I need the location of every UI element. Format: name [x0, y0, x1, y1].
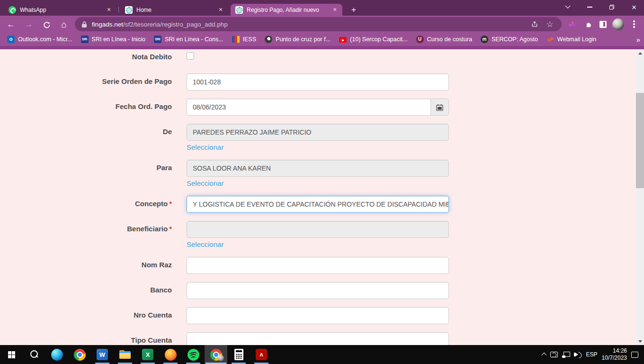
taskbar-file-explorer[interactable] [114, 345, 136, 364]
calendar-addon-button[interactable] [431, 99, 449, 116]
minimize-button[interactable] [580, 0, 599, 14]
taskbar-excel[interactable]: X [136, 345, 159, 364]
file-explorer-icon [119, 350, 131, 359]
field-label: Para [0, 160, 187, 188]
reload-button[interactable] [40, 18, 53, 31]
tab-close-icon[interactable]: × [105, 6, 113, 14]
restore-button[interactable] [602, 0, 622, 14]
close-button[interactable]: × [624, 0, 644, 14]
home-button[interactable]: ⌂ [58, 18, 70, 31]
extension-pin-button[interactable] [566, 18, 579, 30]
bookmark-sercop-youtube[interactable]: (10) Sercop Capacit... [335, 34, 412, 45]
network-icon[interactable] [562, 352, 570, 358]
clock[interactable]: 14:26 10/7/2023 [602, 347, 627, 362]
restore-icon [609, 5, 614, 9]
form-row: De Seleccionar [0, 124, 636, 152]
bookmark-label: Outlook.com - Micr... [18, 36, 72, 43]
tab-home[interactable]: Home × [120, 4, 228, 16]
address-bar[interactable]: fingads.net/sf2/tesoreria/registro_pago_… [75, 17, 562, 31]
action-center-icon[interactable] [631, 352, 638, 358]
youtube-icon [339, 37, 347, 43]
bookmark-punto-de-cruz[interactable]: Punto de cruz por f... [260, 34, 335, 45]
taskbar-acrobat[interactable]: ʌ [250, 345, 273, 364]
field-label: Fecha Ord. Pago [0, 99, 187, 116]
de-input [187, 124, 449, 141]
field-label: Concepto* [0, 196, 187, 213]
tab-whatsapp[interactable]: WhatsApp × [4, 4, 116, 16]
tab-divider [118, 7, 119, 13]
bookmark-curso-costura[interactable]: UCurso de costura [412, 34, 476, 45]
bookmark-sri-consultas[interactable]: SRISRI en Línea - Cons... [150, 34, 228, 45]
nom-raz-input[interactable] [187, 257, 449, 274]
bookmark-star-button[interactable]: ☆ [545, 19, 555, 29]
nota-debito-checkbox[interactable] [187, 52, 194, 60]
tray-expand-chevron-icon[interactable] [541, 353, 546, 358]
minimize-icon [587, 7, 592, 8]
taskbar-calculator[interactable] [227, 345, 250, 364]
calculator-icon [234, 349, 243, 360]
nro-cuenta-input[interactable] [187, 307, 449, 324]
taskbar-chrome-active[interactable] [205, 345, 227, 364]
scroll-up-arrow[interactable] [636, 49, 644, 57]
start-button[interactable] [0, 345, 23, 364]
taskbar-firefox[interactable] [159, 345, 182, 364]
fecha-orden-pago-input[interactable] [187, 99, 431, 116]
form-row: Concepto* Y LOGISTICA DE EVENTO DE CAPAC… [0, 196, 636, 213]
page-scrollbar[interactable] [636, 49, 644, 345]
tab-close-icon[interactable]: × [331, 6, 339, 14]
search-icon [29, 350, 39, 359]
tab-title: Registro Pago, Añadir nuevo [247, 7, 328, 13]
tab-close-icon[interactable]: × [217, 6, 224, 14]
back-button[interactable]: ← [5, 18, 17, 31]
taskbar-search-button[interactable] [23, 345, 45, 364]
forward-button[interactable]: → [23, 18, 35, 31]
extensions-button[interactable] [582, 18, 594, 30]
lock-icon [81, 21, 87, 28]
bookmark-iess[interactable]: IESS [228, 34, 261, 45]
scroll-down-arrow[interactable] [636, 337, 644, 345]
tray-date: 10/7/2023 [602, 355, 627, 362]
bookmarks-bar: oOutlook.com - Micr... SRISRI en Línea -… [0, 33, 644, 46]
field-label: Banco [0, 282, 187, 299]
form-row: Beneficiario* Seleccionar [0, 221, 636, 249]
bookmark-webmail[interactable]: cPWebmail Login [542, 34, 600, 45]
bookmark-sri-inicio[interactable]: SRISRI en Línea - Inicio [77, 34, 150, 45]
registro-pago-form: Nota Debito Serie Orden de Pago Fecha Or… [0, 49, 636, 357]
tab-registro-pago[interactable]: Registro Pago, Añadir nuevo × [231, 4, 342, 16]
scrollbar-thumb[interactable] [636, 93, 644, 188]
browser-menu-button[interactable] [628, 18, 640, 30]
seleccionar-beneficiario-link[interactable]: Seleccionar [187, 240, 224, 249]
speaker-icon[interactable] [574, 351, 582, 358]
bookmark-outlook[interactable]: oOutlook.com - Micr... [3, 34, 77, 45]
seleccionar-para-link[interactable]: Seleccionar [187, 179, 224, 188]
pink-extension-icon [568, 20, 577, 28]
bookmark-sercop-agosto[interactable]: mSERCOP: Agosto [476, 34, 542, 45]
bookmark-label: SRI en Línea - Inicio [92, 36, 145, 43]
bookmark-label: Curso de costura [427, 36, 472, 43]
serie-orden-pago-input[interactable] [187, 73, 449, 91]
taskbar-chrome[interactable] [68, 345, 91, 364]
tab-search-chevron-button[interactable] [558, 0, 578, 14]
share-button[interactable] [529, 19, 540, 29]
sri-icon: SRI [154, 36, 161, 43]
taskbar-spotify[interactable] [182, 345, 205, 364]
concepto-input[interactable]: Y LOGISTICA DE EVENTO DE CAPACITACIÓN PR… [187, 196, 449, 213]
cast-display-icon[interactable] [550, 352, 558, 357]
taskbar-word[interactable]: W [91, 345, 114, 364]
new-tab-button[interactable]: + [348, 4, 359, 16]
bookmark-label: SRI en Línea - Cons... [165, 36, 224, 43]
side-panel-button[interactable] [597, 18, 609, 30]
form-row: Nro Cuenta [0, 307, 636, 324]
acrobat-icon: ʌ [256, 349, 267, 360]
banco-input[interactable] [187, 282, 449, 299]
running-indicator [206, 363, 226, 364]
url-host: fingads.net [92, 21, 123, 28]
seleccionar-de-link[interactable]: Seleccionar [187, 143, 224, 152]
beneficiario-input [187, 221, 449, 238]
taskbar-edge[interactable] [45, 345, 68, 364]
language-indicator[interactable]: ESP [586, 351, 598, 358]
field-label: De [0, 124, 187, 152]
site-navbar-edge [0, 46, 644, 49]
profile-avatar-button[interactable] [612, 18, 624, 30]
bookmarks-overflow-chevron[interactable]: » [636, 36, 640, 44]
